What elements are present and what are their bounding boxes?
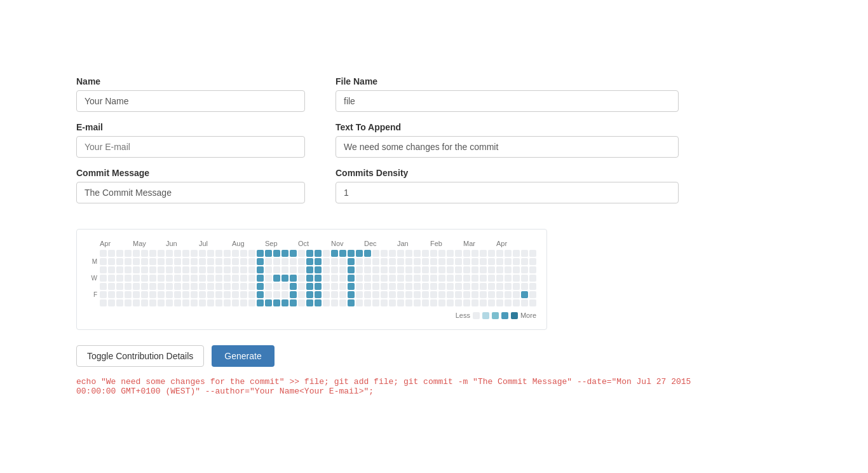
day-cell[interactable] <box>513 250 520 257</box>
day-cell[interactable] <box>480 258 487 265</box>
day-cell[interactable] <box>447 258 454 265</box>
commits-density-input[interactable] <box>336 182 679 203</box>
day-cell[interactable] <box>438 266 445 273</box>
day-cell[interactable] <box>438 250 445 257</box>
day-cell[interactable] <box>315 266 322 273</box>
day-cell[interactable] <box>224 250 231 257</box>
day-cell[interactable] <box>182 283 189 290</box>
day-cell[interactable] <box>125 258 132 265</box>
day-cell[interactable] <box>389 250 396 257</box>
day-cell[interactable] <box>182 250 189 257</box>
day-cell[interactable] <box>191 283 198 290</box>
day-cell[interactable] <box>488 250 495 257</box>
day-cell[interactable] <box>273 266 280 273</box>
day-cell[interactable] <box>265 283 272 290</box>
day-cell[interactable] <box>496 250 503 257</box>
day-cell[interactable] <box>133 258 140 265</box>
day-cell[interactable] <box>174 283 181 290</box>
day-cell[interactable] <box>381 275 388 282</box>
day-cell[interactable] <box>447 266 454 273</box>
day-cell[interactable] <box>414 299 421 306</box>
day-cell[interactable] <box>488 266 495 273</box>
day-cell[interactable] <box>447 291 454 298</box>
day-cell[interactable] <box>240 266 247 273</box>
day-cell[interactable] <box>348 266 355 273</box>
day-cell[interactable] <box>339 291 346 298</box>
day-cell[interactable] <box>257 275 264 282</box>
day-cell[interactable] <box>389 266 396 273</box>
day-cell[interactable] <box>430 283 437 290</box>
day-cell[interactable] <box>108 275 115 282</box>
day-cell[interactable] <box>149 266 156 273</box>
day-cell[interactable] <box>215 299 222 306</box>
day-cell[interactable] <box>381 266 388 273</box>
day-cell[interactable] <box>232 250 239 257</box>
day-cell[interactable] <box>356 258 363 265</box>
day-cell[interactable] <box>232 266 239 273</box>
day-cell[interactable] <box>455 299 462 306</box>
day-cell[interactable] <box>273 299 280 306</box>
day-cell[interactable] <box>381 250 388 257</box>
day-cell[interactable] <box>496 283 503 290</box>
day-cell[interactable] <box>257 283 264 290</box>
day-cell[interactable] <box>364 250 371 257</box>
day-cell[interactable] <box>372 291 379 298</box>
day-cell[interactable] <box>331 299 338 306</box>
day-cell[interactable] <box>166 258 173 265</box>
day-cell[interactable] <box>207 275 214 282</box>
day-cell[interactable] <box>463 266 470 273</box>
day-cell[interactable] <box>529 275 536 282</box>
day-cell[interactable] <box>207 299 214 306</box>
day-cell[interactable] <box>463 250 470 257</box>
day-cell[interactable] <box>471 250 478 257</box>
day-cell[interactable] <box>174 275 181 282</box>
day-cell[interactable] <box>364 275 371 282</box>
day-cell[interactable] <box>521 266 528 273</box>
day-cell[interactable] <box>339 266 346 273</box>
day-cell[interactable] <box>372 299 379 306</box>
day-cell[interactable] <box>290 258 297 265</box>
day-cell[interactable] <box>488 258 495 265</box>
generate-button[interactable]: Generate <box>212 345 274 367</box>
day-cell[interactable] <box>372 283 379 290</box>
day-cell[interactable] <box>199 275 206 282</box>
day-cell[interactable] <box>290 266 297 273</box>
day-cell[interactable] <box>290 275 297 282</box>
day-cell[interactable] <box>149 283 156 290</box>
day-cell[interactable] <box>521 250 528 257</box>
day-cell[interactable] <box>414 283 421 290</box>
day-cell[interactable] <box>281 283 288 290</box>
day-cell[interactable] <box>240 258 247 265</box>
day-cell[interactable] <box>471 291 478 298</box>
day-cell[interactable] <box>488 283 495 290</box>
day-cell[interactable] <box>414 258 421 265</box>
day-cell[interactable] <box>257 258 264 265</box>
day-cell[interactable] <box>166 275 173 282</box>
day-cell[interactable] <box>158 291 165 298</box>
day-cell[interactable] <box>447 275 454 282</box>
day-cell[interactable] <box>397 275 404 282</box>
day-cell[interactable] <box>447 250 454 257</box>
day-cell[interactable] <box>215 283 222 290</box>
day-cell[interactable] <box>265 266 272 273</box>
day-cell[interactable] <box>430 299 437 306</box>
day-cell[interactable] <box>290 250 297 257</box>
day-cell[interactable] <box>463 299 470 306</box>
day-cell[interactable] <box>149 258 156 265</box>
day-cell[interactable] <box>529 266 536 273</box>
day-cell[interactable] <box>265 275 272 282</box>
day-cell[interactable] <box>116 283 123 290</box>
day-cell[interactable] <box>257 299 264 306</box>
day-cell[interactable] <box>323 291 330 298</box>
day-cell[interactable] <box>480 250 487 257</box>
day-cell[interactable] <box>331 291 338 298</box>
day-cell[interactable] <box>529 283 536 290</box>
day-cell[interactable] <box>133 266 140 273</box>
day-cell[interactable] <box>248 250 255 257</box>
day-cell[interactable] <box>158 283 165 290</box>
day-cell[interactable] <box>248 275 255 282</box>
day-cell[interactable] <box>463 291 470 298</box>
day-cell[interactable] <box>281 266 288 273</box>
day-cell[interactable] <box>199 291 206 298</box>
day-cell[interactable] <box>224 283 231 290</box>
